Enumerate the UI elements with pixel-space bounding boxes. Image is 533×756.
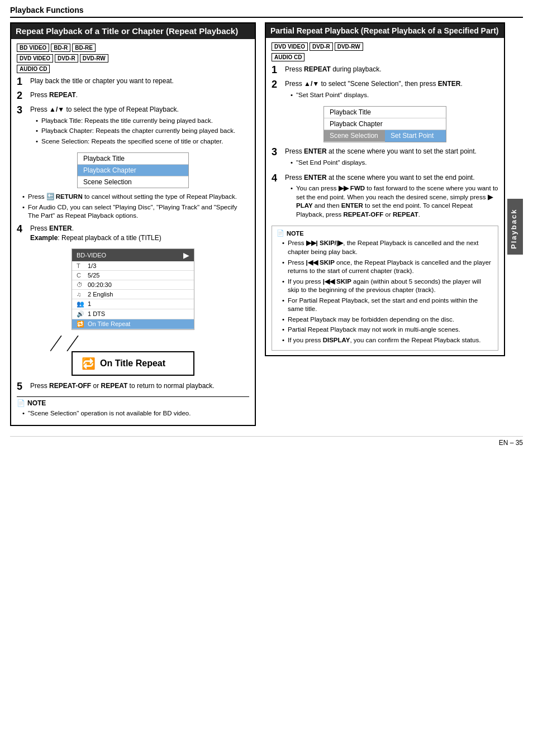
step-num-2: 2 <box>17 90 27 102</box>
bd-icon-chapter: C <box>77 272 84 279</box>
bd-row-subtitle: 👥 1 <box>72 299 194 309</box>
sidebar-vertical-label: Playback <box>507 199 523 255</box>
badge-audio-cd: AUDIO CD <box>17 65 50 73</box>
right-menu-mockup: Playback Title Playback Chapter Scene Se… <box>323 106 446 142</box>
repeat-display-label: On Title Repeat <box>100 358 165 369</box>
menu-item-scene-selection: Scene Selection <box>78 176 188 188</box>
right-note: 📄 NOTE Press ▶▶| SKIP/|▶, the Repeat Pla… <box>272 226 498 351</box>
bd-val-repeat: On Title Repeat <box>88 320 130 327</box>
r-note-doc-icon: 📄 <box>277 229 284 237</box>
right-step-1: 1 Press REPEAT during playback. <box>272 65 498 76</box>
bd-row-title: T 1/3 <box>72 261 194 271</box>
bd-icon-dts: 🔊 <box>77 310 84 318</box>
repeat-display-large: 🔁 On Title Repeat <box>72 351 194 376</box>
left-section-title: Repeat Playback of a Title or Chapter (R… <box>11 23 255 39</box>
page-header: Playback Functions <box>10 6 523 18</box>
bullet-scene-selection: Scene Selection: Repeats the specified s… <box>36 137 249 146</box>
r-badge-audio-cd: AUDIO CD <box>272 53 304 61</box>
r-step-2-sub: "Set Start Point" displays. <box>291 91 498 100</box>
r-step-num-3: 3 <box>272 147 282 158</box>
bd-icon-time: ⏱ <box>77 281 84 288</box>
r-menu-set-start: Set Start Point <box>385 130 446 142</box>
r-step-2-sub-1: "Set Start Point" displays. <box>291 91 498 100</box>
bd-title-text: BD-VIDEO <box>77 252 106 259</box>
step-num-3: 3 <box>17 105 27 116</box>
badge-row-2: DVD VIDEO DVD-R DVD-RW <box>17 54 249 63</box>
left-step-5: 5 Press REPEAT-OFF or REPEAT to return t… <box>17 381 249 393</box>
step-2-content: Press REPEAT. <box>30 90 249 100</box>
r-badge-dvd-rw: DVD-RW <box>335 42 363 51</box>
step-1-content: Play back the title or chapter you want … <box>30 76 249 86</box>
r-note-bullet-5: Repeat Playback may be forbidden dependi… <box>282 315 493 324</box>
badge-dvd-rw: DVD-RW <box>80 54 108 63</box>
diagonal-lines-svg <box>50 336 129 351</box>
left-menu-mockup: Playback Title Playback Chapter Scene Se… <box>77 152 189 188</box>
right-badge-row-1: DVD VIDEO DVD-R DVD-RW <box>272 42 498 51</box>
right-step-2: 2 Press ▲/▼ to select "Scene Selection",… <box>272 79 498 102</box>
repeat-icon-large: 🔁 <box>82 357 96 370</box>
left-step-4: 4 Press ENTER. Example: Repeat playback … <box>17 224 249 243</box>
playback-sidebar: Playback <box>507 22 523 432</box>
r-step-4-bullets: You can press ▶▶ FWD to fast forward to … <box>291 184 498 219</box>
right-section-box: Partial Repeat Playback (Repeat Playback… <box>265 22 505 356</box>
r-note-bullet-3: If you press |◀◀ SKIP again (within abou… <box>282 277 493 295</box>
r-menu-item-playback-chapter: Playback Chapter <box>324 118 446 130</box>
left-note-bullet-1: "Scene Selection" operation is not avail… <box>22 409 249 418</box>
right-note-bullets: Press ▶▶| SKIP/|▶, the Repeat Playback i… <box>282 239 493 344</box>
r-badge-dvd-video: DVD VIDEO <box>272 42 308 51</box>
r-note-bullet-7: If you press DISPLAY, you can confirm th… <box>282 336 493 345</box>
right-note-title: 📄 NOTE <box>277 229 493 237</box>
note-doc-icon: 📄 <box>17 399 25 407</box>
badge-dvd-r: DVD-R <box>55 54 78 63</box>
bd-val-audio: 2 English <box>88 291 113 298</box>
bd-row-repeat: 🔁 On Title Repeat <box>72 319 194 329</box>
r-menu-item-scene-row: Scene Selection Set Start Point <box>324 130 446 142</box>
left-section-box: Repeat Playback of a Title or Chapter (R… <box>10 22 256 426</box>
step-5-content: Press REPEAT-OFF or REPEAT to return to … <box>30 381 249 391</box>
bd-val-chapter: 5/25 <box>88 272 99 279</box>
bullet-playback-chapter: Playback Chapter: Repeats the chapter cu… <box>36 127 249 136</box>
bd-row-time: ⏱ 00:20:30 <box>72 280 194 290</box>
after-menu-bullet-1: Press 🔙 RETURN to cancel without setting… <box>22 193 249 202</box>
r-menu-scene-sel: Scene Selection <box>324 130 385 142</box>
bd-play-icon: ▶ <box>183 251 189 260</box>
bd-row-dts: 🔊 1 DTS <box>72 309 194 319</box>
right-badge-row-2: AUDIO CD <box>272 53 498 61</box>
r-step-2-content: Press ▲/▼ to select "Scene Selection", t… <box>285 79 498 102</box>
header-title: Playback Functions <box>10 6 83 15</box>
bd-icon-title: T <box>77 262 84 269</box>
r-step-num-4: 4 <box>272 173 282 184</box>
r-note-bullet-2: Press |◀◀ SKIP once, the Repeat Playback… <box>282 259 493 276</box>
after-menu-bullet-2: For Audio CD, you can select "Playing Di… <box>22 203 249 221</box>
left-note: 📄 NOTE "Scene Selection" operation is no… <box>17 396 249 418</box>
r-step-4-bullet-1: You can press ▶▶ FWD to fast forward to … <box>291 184 498 219</box>
bd-val-title: 1/3 <box>88 262 96 269</box>
bd-row-chapter: C 5/25 <box>72 271 194 280</box>
r-step-num-1: 1 <box>272 65 282 76</box>
menu-item-playback-chapter: Playback Chapter <box>78 165 188 176</box>
badge-row-3: AUDIO CD <box>17 65 249 73</box>
right-step-3: 3 Press ENTER at the scene where you wan… <box>272 147 498 169</box>
step-num-5: 5 <box>17 381 27 393</box>
step-num-4: 4 <box>17 224 27 235</box>
right-col-wrap: Partial Repeat Playback (Repeat Playback… <box>265 22 523 432</box>
left-column: Repeat Playback of a Title or Chapter (R… <box>10 22 256 432</box>
right-column: Partial Repeat Playback (Repeat Playback… <box>265 22 505 432</box>
r-step-1-content: Press REPEAT during playback. <box>285 65 498 74</box>
left-note-title: 📄 NOTE <box>17 399 249 407</box>
svg-line-0 <box>50 336 61 351</box>
right-section-title: Partial Repeat Playback (Repeat Playback… <box>266 23 504 38</box>
step-3-content: Press ▲/▼ to select the type of Repeat P… <box>30 105 249 148</box>
bd-header: BD-VIDEO ▶ <box>72 249 194 261</box>
badge-bd-video: BD VIDEO <box>17 44 49 52</box>
menu-item-playback-title: Playback Title <box>78 153 188 165</box>
step-4-content: Press ENTER. Example: Repeat playback of… <box>30 224 249 243</box>
svg-line-1 <box>67 336 78 351</box>
r-badge-dvd-r: DVD-R <box>310 42 333 51</box>
r-step-3-sub-1: "Set End Point" displays. <box>291 159 498 168</box>
right-step-4: 4 Press ENTER at the scene where you wan… <box>272 173 498 222</box>
bd-icon-repeat: 🔁 <box>77 320 84 328</box>
r-note-bullet-6: Partial Repeat Playback may not work in … <box>282 326 493 334</box>
left-note-bullets: "Scene Selection" operation is not avail… <box>22 409 249 418</box>
r-step-num-2: 2 <box>272 79 282 90</box>
